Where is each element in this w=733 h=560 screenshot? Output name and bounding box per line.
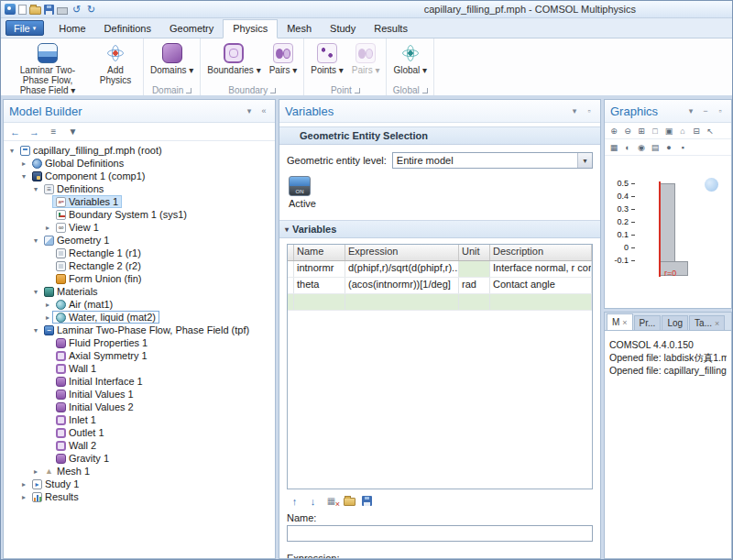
entity-level-select[interactable]: Entire model ▾ <box>392 152 593 169</box>
messages-tab-log[interactable]: Log <box>662 315 688 330</box>
cell-expression[interactable] <box>345 294 459 310</box>
axis-limits-icon[interactable]: ⊟ <box>691 126 702 137</box>
save-file-icon[interactable] <box>362 496 372 506</box>
group-dialog-launcher-icon[interactable] <box>355 88 360 93</box>
ribbon-button-pairs[interactable]: Pairs ▾ <box>266 40 301 84</box>
table-row[interactable] <box>288 294 592 311</box>
app-icon[interactable] <box>5 4 16 15</box>
messages-tab-ta[interactable]: Ta...× <box>689 315 725 330</box>
zoom-in-icon[interactable]: ⊕ <box>608 126 619 137</box>
ribbon-tab-home[interactable]: Home <box>49 20 94 38</box>
tree-node[interactable]: Rectangle 1 (r1) <box>4 247 275 259</box>
panel-float-icon[interactable]: ▫ <box>715 105 726 116</box>
expander-icon[interactable]: ▾ <box>31 236 40 245</box>
redo-icon[interactable]: ↻ <box>85 4 97 16</box>
move-up-icon[interactable]: ↑ <box>289 495 301 507</box>
tree-node[interactable]: ▾capillary_filling_pf.mph (root) <box>4 144 275 157</box>
expander-icon[interactable]: ▾ <box>19 172 28 181</box>
plot-area[interactable]: 0.50.40.30.20.10-0.1 r=0 <box>605 156 731 308</box>
group-dialog-launcher-icon[interactable] <box>186 88 191 93</box>
section-variables[interactable]: ▾ Variables <box>279 220 600 238</box>
tree-node[interactable]: Initial Values 1 <box>4 388 275 401</box>
tree-node[interactable]: Outlet 1 <box>4 426 275 439</box>
row-selector[interactable] <box>288 294 294 310</box>
panel-menu-icon[interactable]: ▾ <box>685 105 696 116</box>
tree-node[interactable]: ▾Component 1 (comp1) <box>4 170 275 182</box>
cell-name[interactable]: intnormr <box>294 261 345 277</box>
column-header-expression[interactable]: Expression <box>345 245 459 260</box>
cell-unit[interactable] <box>459 261 490 277</box>
tree-node[interactable]: ▸Mesh 1 <box>4 465 275 478</box>
cell-name[interactable]: theta <box>294 278 345 293</box>
expander-icon[interactable]: ▸ <box>43 313 52 322</box>
tree-node[interactable]: Boundary System 1 (sys1) <box>4 208 275 221</box>
back-icon[interactable]: ← <box>9 126 21 137</box>
filter-options-icon[interactable]: ▼ <box>67 126 79 137</box>
tree-node[interactable]: Wall 2 <box>4 439 275 452</box>
name-input[interactable] <box>287 525 593 542</box>
ribbon-button-laminar-two-phase-flow-phase-field[interactable]: Laminar Two-Phase Flow, Phase Field ▾ <box>5 40 90 95</box>
section-geometric-entity-selection[interactable]: Geometric Entity Selection <box>279 126 600 145</box>
tree-node[interactable]: ▸Air (mat1) <box>4 298 275 311</box>
table-row[interactable]: intnormrd(phipf,r)/sqrt(d(phipf,r)...Int… <box>288 261 592 278</box>
save-file-icon[interactable] <box>44 5 54 15</box>
expander-icon[interactable]: ▾ <box>31 185 40 193</box>
zoom-box-icon[interactable]: □ <box>650 126 661 137</box>
expander-icon[interactable]: ▾ <box>31 326 40 335</box>
ribbon-tab-physics[interactable]: Physics <box>223 19 278 38</box>
ribbon-tab-results[interactable]: Results <box>365 20 417 38</box>
tree-node[interactable]: ▾Materials <box>4 285 275 298</box>
ribbon-tab-study[interactable]: Study <box>321 20 365 38</box>
ribbon-button-boundaries[interactable]: Boundaries ▾ <box>203 40 264 84</box>
column-header-name[interactable]: Name <box>294 245 345 260</box>
tree-node[interactable]: Variables 1 <box>4 195 275 208</box>
print-icon[interactable] <box>57 7 68 15</box>
section-collapse-icon[interactable]: ▾ <box>285 225 289 234</box>
cell-description[interactable] <box>490 294 592 310</box>
close-tab-icon[interactable]: × <box>622 318 627 327</box>
ribbon-button-global[interactable]: Global ▾ <box>389 40 431 84</box>
tree-node[interactable]: Axial Symmetry 1 <box>4 349 275 362</box>
ribbon-tab-geometry[interactable]: Geometry <box>160 20 223 38</box>
cell-unit[interactable] <box>459 294 490 310</box>
ribbon-button-points[interactable]: Points ▾ <box>307 40 347 84</box>
zoom-out-icon[interactable]: ⊖ <box>622 126 633 137</box>
transparency-icon[interactable]: ◐ <box>622 142 633 153</box>
ribbon-button-domains[interactable]: Domains ▾ <box>147 40 197 84</box>
select-icon[interactable]: ↖ <box>705 126 716 137</box>
tree-node[interactable]: Initial Interface 1 <box>4 375 275 388</box>
new-file-icon[interactable] <box>18 5 27 15</box>
tree-node[interactable]: ▸View 1 <box>4 221 275 234</box>
tree-options-icon[interactable]: ≡ <box>48 126 60 137</box>
expander-icon[interactable]: ▸ <box>19 159 28 168</box>
move-down-icon[interactable]: ↓ <box>307 495 319 507</box>
open-file-icon[interactable] <box>29 6 41 15</box>
expander-icon[interactable]: ▸ <box>19 480 28 489</box>
expander-icon[interactable]: ▾ <box>7 147 16 155</box>
tree-node[interactable]: Fluid Properties 1 <box>4 336 275 349</box>
group-dialog-launcher-icon[interactable] <box>270 88 276 93</box>
camera-icon[interactable]: ● <box>663 142 674 153</box>
tree-node[interactable]: ▸Study 1 <box>4 478 275 490</box>
image-snapshot-icon[interactable]: ◉ <box>636 142 647 153</box>
go-to-default-icon[interactable]: ⌂ <box>677 126 688 137</box>
tree-node[interactable]: ▾Definitions <box>4 182 275 195</box>
expander-icon[interactable]: ▾ <box>31 288 40 296</box>
table-row[interactable]: theta(acos(intnormr))[1/deg]radContact a… <box>288 278 592 294</box>
cell-unit[interactable]: rad <box>459 278 490 293</box>
cell-name[interactable] <box>294 294 345 310</box>
file-menu-button[interactable]: File▾ <box>5 20 44 36</box>
tree-node[interactable]: ▾Laminar Two-Phase Flow, Phase Field (tp… <box>4 324 275 336</box>
messages-tab-pr[interactable]: Pr... <box>634 315 662 330</box>
tree-node[interactable]: Rectangle 2 (r2) <box>4 259 275 272</box>
tree-node[interactable]: ▸Global Definitions <box>4 157 275 170</box>
tree-node[interactable]: Form Union (fin) <box>4 272 275 285</box>
zoom-selected-icon[interactable]: ▣ <box>663 126 674 137</box>
column-header-description[interactable]: Description <box>490 245 592 260</box>
collapse-panel-icon[interactable]: « <box>258 105 269 116</box>
tree-node[interactable]: Gravity 1 <box>4 452 275 465</box>
close-tab-icon[interactable]: × <box>715 319 719 328</box>
combo-arrow-icon[interactable]: ▾ <box>577 153 592 168</box>
print-graphics-icon[interactable]: ▤ <box>650 142 661 153</box>
panel-menu-icon[interactable]: ▾ <box>569 105 580 116</box>
